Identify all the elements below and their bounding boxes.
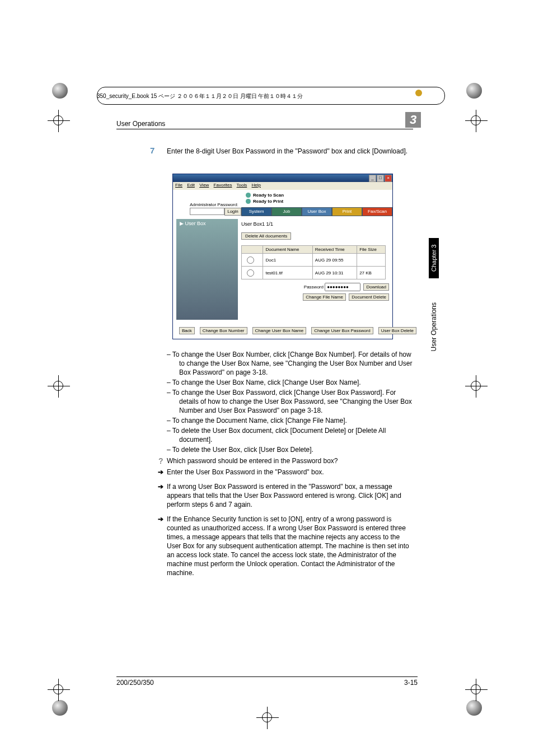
menu-edit[interactable]: Edit bbox=[187, 183, 195, 188]
page: 350_security_E.book 15 ページ ２００６年１１月２０日 月… bbox=[0, 0, 534, 756]
change-box-number-button[interactable]: Change Box Number bbox=[200, 327, 247, 334]
body-text: – To change the User Box Number, click [… bbox=[167, 350, 414, 577]
status-print: Ready to Print bbox=[253, 198, 283, 204]
user-box-delete-button[interactable]: User Box Delete bbox=[378, 327, 416, 334]
titlebar: _□× bbox=[173, 174, 392, 182]
password-input[interactable] bbox=[325, 283, 360, 291]
password-label: Password bbox=[304, 284, 324, 290]
step-text: Enter the 8-digit User Box Password in t… bbox=[167, 147, 413, 156]
change-file-name-button[interactable]: Change File Name bbox=[303, 293, 346, 301]
crop-mark bbox=[471, 684, 481, 694]
header-section: User Operations bbox=[116, 120, 165, 128]
side-chapter-tab: Chapter 3 bbox=[429, 238, 439, 278]
window-controls: _□× bbox=[369, 175, 392, 182]
print-line: 350_security_E.book 15 ページ ２００６年１１月２０日 月… bbox=[97, 92, 303, 100]
registration-ball bbox=[52, 700, 68, 716]
menubar: File Edit View Favorites Tools Help bbox=[173, 182, 392, 190]
crop-mark bbox=[471, 381, 481, 391]
sidebar-item-userbox[interactable]: ▶ User Box bbox=[176, 219, 238, 228]
maximize-icon[interactable]: □ bbox=[377, 175, 384, 182]
tab-userbox[interactable]: User Box bbox=[302, 207, 332, 216]
cell bbox=[357, 254, 386, 267]
admin-password-input[interactable] bbox=[190, 208, 224, 215]
password-row: Password Download bbox=[241, 283, 389, 291]
answer-text: If a wrong User Box Password is entered … bbox=[167, 483, 401, 508]
bullet: – To change the User Box Password, click… bbox=[167, 388, 414, 415]
footer-rule bbox=[116, 676, 418, 677]
scan-icon bbox=[246, 193, 251, 198]
cell: test01.tif bbox=[263, 267, 312, 279]
document-delete-button[interactable]: Document Delete bbox=[349, 293, 389, 301]
cell: Doc1 bbox=[263, 254, 312, 267]
minimize-icon[interactable]: _ bbox=[369, 175, 376, 182]
bullet: – To change the User Box Number, click [… bbox=[167, 350, 414, 377]
question-text: Which password should be entered in the … bbox=[167, 457, 338, 465]
chapter-number: 3 bbox=[405, 112, 421, 128]
login-button[interactable]: Login bbox=[224, 208, 241, 216]
col-size: File Size bbox=[357, 246, 386, 254]
answer-text: If the Enhance Security function is set … bbox=[167, 515, 409, 577]
cell: 27 KB bbox=[357, 267, 386, 279]
crop-mark bbox=[53, 684, 63, 694]
header-rule bbox=[116, 129, 413, 129]
nav-tabs: System Job User Box Print Fax/Scan bbox=[241, 207, 392, 216]
menu-view[interactable]: View bbox=[199, 183, 209, 188]
col-select bbox=[242, 246, 263, 254]
tab-job[interactable]: Job bbox=[271, 207, 302, 216]
box-title: User Box1 1/1 bbox=[241, 221, 389, 227]
file-buttons-row: Change File Name Document Delete bbox=[241, 295, 389, 300]
bullet: – To change the Document Name, click [Ch… bbox=[167, 416, 414, 425]
bullet: – To delete the User Box document, click… bbox=[167, 426, 414, 444]
crop-mark bbox=[262, 712, 272, 722]
footer-right: 3-15 bbox=[404, 679, 418, 687]
registration-ball bbox=[52, 83, 68, 99]
admin-label: Administrator Password: bbox=[190, 202, 238, 207]
bottom-buttons: Back Change Box Number Change User Box N… bbox=[177, 327, 388, 334]
tab-print[interactable]: Print bbox=[332, 207, 362, 216]
bullet: – To delete the User Box, click [User Bo… bbox=[167, 445, 414, 454]
help-icon bbox=[415, 90, 422, 96]
cell: AUG 29 10:31 bbox=[312, 267, 357, 279]
table-row: Doc1AUG 29 09:55 bbox=[242, 254, 386, 267]
back-button[interactable]: Back bbox=[179, 327, 195, 334]
answer-text: Enter the User Box Password in the "Pass… bbox=[167, 468, 324, 476]
col-docname: Document Name bbox=[263, 246, 312, 254]
download-button[interactable]: Download bbox=[363, 283, 389, 291]
registration-ball bbox=[466, 700, 482, 716]
close-icon[interactable]: × bbox=[385, 175, 392, 182]
tab-faxscan[interactable]: Fax/Scan bbox=[362, 207, 392, 216]
screenshot-window: _□× File Edit View Favorites Tools Help … bbox=[172, 174, 393, 339]
arrow-icon: ➔ bbox=[158, 515, 163, 524]
menu-favorites[interactable]: Favorites bbox=[214, 183, 232, 188]
arrow-icon: ➔ bbox=[158, 482, 163, 491]
crop-mark bbox=[53, 381, 63, 391]
table-row: test01.tifAUG 29 10:3127 KB bbox=[242, 267, 386, 279]
col-time: Received Time bbox=[312, 246, 357, 254]
menu-tools[interactable]: Tools bbox=[237, 183, 247, 188]
cell: AUG 29 09:55 bbox=[312, 254, 357, 267]
row-radio[interactable] bbox=[247, 269, 254, 277]
side-section-label: User Operations bbox=[430, 302, 438, 351]
sidebar: ▶ User Box bbox=[176, 219, 238, 320]
main-panel: User Box1 1/1 Delete All documents Docum… bbox=[241, 219, 389, 300]
step-number: 7 bbox=[150, 146, 154, 155]
status-scan: Ready to Scan bbox=[253, 192, 284, 198]
print-icon bbox=[246, 199, 251, 204]
menu-help[interactable]: Help bbox=[252, 183, 261, 188]
footer-left: 200/250/350 bbox=[116, 679, 154, 687]
delete-all-button[interactable]: Delete All documents bbox=[241, 232, 291, 240]
arrow-icon: ➔ bbox=[158, 468, 163, 477]
crop-mark bbox=[471, 115, 481, 125]
tab-system[interactable]: System bbox=[241, 207, 271, 216]
row-radio[interactable] bbox=[247, 256, 254, 264]
question-icon: ? bbox=[158, 456, 163, 465]
registration-ball bbox=[466, 83, 482, 99]
change-user-box-password-button[interactable]: Change User Box Password bbox=[311, 327, 373, 334]
menu-file[interactable]: File bbox=[175, 183, 182, 188]
bullet: – To change the User Box Name, click [Ch… bbox=[167, 378, 414, 387]
crop-mark bbox=[53, 115, 63, 125]
document-table: Document NameReceived TimeFile Size Doc1… bbox=[241, 245, 386, 279]
change-user-box-name-button[interactable]: Change User Box Name bbox=[252, 327, 307, 334]
